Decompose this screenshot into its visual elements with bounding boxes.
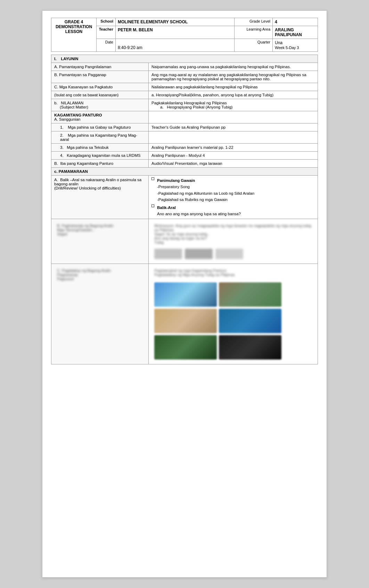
isulat-right: a. HeorapiyangPisikal(klima, panahon, an… [149, 91, 318, 99]
bullet-1 [151, 177, 154, 180]
date-label: Date [97, 39, 116, 52]
nilalaman-row: b. NILALAMAN (Subject Matter) Pagkakakil… [51, 99, 318, 111]
isulat-left: (Isulat ang code sa bawat kasanayan) [51, 91, 149, 99]
learning-area-label: Learning Area [235, 26, 273, 39]
pamamaraan-header-row: c. PAMAMARAAN [51, 168, 318, 176]
document-page: GRADE 4 DEMONSTRATION LESSON School MOLI… [42, 10, 327, 578]
kasanayan-left: C. Mga Kasanayan sa Pagkatuto [51, 83, 149, 91]
school-label: School [97, 18, 116, 26]
item2-left: 2. Mga pahina sa Kagamitang Pang Mag-aar… [51, 131, 149, 144]
pamamaraan-header: c. PAMAMARAAN [51, 168, 318, 176]
blurred-img-3 [215, 249, 243, 259]
image-water [154, 282, 217, 307]
item4-right: Araling Panlipunan - Modyul 4 [149, 152, 318, 160]
blurred-row-2: C. Pagtalakay ng Bagong Aralin Pagsasana… [51, 264, 318, 364]
pamantayan-pagganap-left: B. Pamantayan sa Pagganap [51, 71, 149, 83]
teacher-label: Teacher [97, 26, 116, 39]
pamantayan-pagganap-row: B. Pamantayan sa Pagganap Ang mga mag-aa… [51, 71, 318, 83]
item1-right: Teacher's Guide sa Araling Panlipunan pp [149, 123, 318, 131]
item3-row: 3. Mga pahina sa Teksbuk Araling Panilip… [51, 144, 318, 152]
teacher-value: PETER M. BELEN [116, 26, 235, 39]
image-forest [154, 335, 217, 360]
iba-pang-left: B. Iba pang Kagamitang Panturo [51, 160, 149, 168]
grade-title: GRADE 4 DEMONSTRATION LESSON [56, 19, 92, 34]
item3-left: 3. Mga pahina sa Teksbuk [51, 144, 149, 152]
main-content-table: I. LAYUNIN A. Pamantayang Pangnilalaman … [51, 55, 318, 364]
nilalaman-left: b. NILALAMAN (Subject Matter) [51, 99, 149, 111]
learning-area-value: ARALING PANLIPUNAN [273, 26, 318, 39]
item3-right: Araling Panilipunan learner's material p… [149, 144, 318, 152]
quarter-label: Quarter [235, 39, 273, 52]
date-value: 8:40-9:20 am [116, 39, 235, 52]
grade-cell: GRADE 4 DEMONSTRATION LESSON [51, 18, 97, 52]
image-sand [154, 309, 217, 333]
school-value: MOLINETE ELEMENTARY SCHOOL [116, 18, 235, 26]
item4-row: 4. Karagdagang kagamitan mula sa LRDMS A… [51, 152, 318, 160]
grade-level-label: Grade Level [235, 18, 273, 26]
blurred-left-2: C. Pagtalakay ng Bagong Aralin Pagsasana… [51, 264, 149, 364]
item2-row: 2. Mga pahina sa Kagamitang Pang Mag-aar… [51, 131, 318, 144]
layunin-header-row: I. LAYUNIN [51, 55, 318, 63]
balik-aral-row: A. Balik –Aral sa nakaraang Aralin o pas… [51, 176, 318, 219]
blurred-right-2: Pagtatanghal ng mga Kagamitang Panturo P… [149, 264, 318, 364]
pamantayang-row: A. Pamantayang Pangnilalaman Naipamamala… [51, 63, 318, 71]
iba-pang-right: Audio/Visual Presentation, mga larawan [149, 160, 318, 168]
blurred-img-1 [154, 249, 182, 259]
nilalaman-right: Pagkakakilanlang Heograpikal ng Pilipina… [149, 99, 318, 111]
isulat-row: (Isulat ang code sa bawat kasanayan) a. … [51, 91, 318, 99]
layunin-header: I. LAYUNIN [51, 55, 318, 63]
quarter-value: Una Week 5-Day 3 [273, 39, 318, 52]
item1-row: 1. Mga pahina sa Gabay sa Pagtuturo Teac… [51, 123, 318, 131]
kagamitang-right [149, 111, 318, 123]
item2-right [149, 131, 318, 144]
image-dark [219, 335, 281, 360]
pamantayan-pagganap-right: Ang mga mag-aaral ay ay malalaman ang pa… [149, 71, 318, 83]
image-grid [151, 280, 315, 362]
image-ocean [219, 309, 281, 333]
iba-pang-row: B. Iba pang Kagamitang Panturo Audio/Vis… [51, 160, 318, 168]
pamantayang-left: A. Pamantayang Pangnilalaman [51, 63, 149, 71]
bullet-2 [151, 204, 154, 207]
item1-left: 1. Mga pahina sa Gabay sa Pagtuturo [51, 123, 149, 131]
header-table: GRADE 4 DEMONSTRATION LESSON School MOLI… [51, 18, 318, 52]
blurred-right-1: Motivasyon: Ang guro ay magpapakita ng m… [149, 219, 318, 264]
blurred-img-2 [185, 249, 213, 259]
balik-aral-right: Panimulang Gawain -Preparatory Song -Pag… [149, 176, 318, 219]
grade-level-value: 4 [273, 18, 318, 26]
pamantayang-right: Naipamamalas ang pang-unawa sa pagkakaki… [149, 63, 318, 71]
kasanayan-right: Nailalarawan ang pagkakakilanlang heogra… [149, 83, 318, 91]
kagamitang-row: KAGAMITANG PANTURO A. Sanggunian [51, 111, 318, 123]
blurred-row-1: B. Paghahanda ng Bagong Aralin Mga Tanon… [51, 219, 318, 264]
kasanayan-row: C. Mga Kasanayan sa Pagkatuto Nailalaraw… [51, 83, 318, 91]
balik-aral-left: A. Balik –Aral sa nakaraang Aralin o pas… [51, 176, 149, 219]
kagamitang-left: KAGAMITANG PANTURO A. Sanggunian [51, 111, 149, 123]
image-mountain [219, 282, 281, 307]
item4-left: 4. Karagdagang kagamitan mula sa LRDMS [51, 152, 149, 160]
blurred-left-1: B. Paghahanda ng Bagong Aralin Mga Tanon… [51, 219, 149, 264]
